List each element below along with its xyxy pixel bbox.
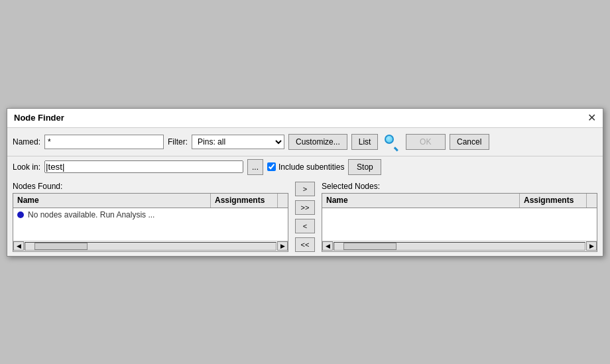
include-subentities-row: Include subentities (267, 162, 344, 172)
cancel-button[interactable]: Cancel (450, 134, 489, 150)
toolbar-row-1: Named: Filter: Pins: all Pins: input Pin… (7, 128, 603, 156)
filter-select[interactable]: Pins: all Pins: input Pins: output Regis… (192, 135, 284, 149)
scroll-left-btn-right[interactable]: ◀ (322, 241, 333, 251)
named-label: Named: (13, 137, 40, 147)
selected-nodes-panel: Selected Nodes: Name Assignments ◀ (322, 182, 597, 252)
magnifier-handle (394, 147, 398, 151)
ok-button[interactable]: OK (406, 134, 446, 150)
search-icon (382, 132, 402, 152)
filter-label: Filter: (168, 137, 188, 147)
selected-nodes-col-assignments: Assignments (520, 194, 586, 208)
list-button[interactable]: List (351, 134, 378, 150)
include-subentities-checkbox[interactable] (267, 162, 276, 171)
include-subentities-label: Include subentities (278, 162, 344, 172)
scroll-right-btn-right[interactable]: ▶ (586, 241, 597, 251)
move-right-one-button[interactable]: > (295, 182, 315, 196)
magnifier-glass (385, 135, 394, 144)
move-left-all-button[interactable]: << (295, 237, 315, 252)
nodes-found-col-extra (277, 194, 288, 208)
move-left-one-button[interactable]: < (295, 219, 315, 233)
lookin-label: Look in: (13, 162, 40, 172)
magnifier-icon (385, 135, 399, 149)
stop-button[interactable]: Stop (348, 159, 381, 175)
named-input[interactable] (44, 135, 164, 149)
browse-button[interactable]: ... (247, 159, 263, 175)
selected-nodes-title: Selected Nodes: (322, 182, 597, 191)
title-bar: Node Finder ✕ (7, 109, 603, 128)
customize-button[interactable]: Customize... (288, 134, 347, 150)
lookin-input[interactable] (44, 160, 243, 173)
selected-nodes-col-name: Name (322, 194, 520, 208)
close-button[interactable]: ✕ (587, 113, 596, 123)
hscroll-thumb-right[interactable] (343, 243, 396, 250)
main-area: Nodes Found: Name Assignments No nodes a… (7, 178, 603, 256)
transfer-buttons: > >> < << (291, 182, 319, 252)
selected-nodes-col-extra (586, 194, 597, 208)
nodes-found-header: Name Assignments (13, 194, 288, 208)
scroll-right-btn[interactable]: ▶ (277, 241, 288, 251)
scroll-left-btn[interactable]: ◀ (13, 241, 24, 251)
nodes-found-table: Name Assignments No nodes available. Run… (13, 193, 288, 252)
table-row: No nodes available. Run Analysis ... (13, 208, 288, 221)
selected-nodes-table: Name Assignments ◀ ▶ (322, 193, 597, 252)
move-right-all-button[interactable]: >> (295, 200, 315, 215)
node-finder-dialog: Node Finder ✕ Named: Filter: Pins: all P… (7, 108, 603, 257)
nodes-found-scrollbar: ◀ ▶ (13, 241, 288, 251)
nodes-found-title: Nodes Found: (13, 182, 288, 191)
no-nodes-text: No nodes available. Run Analysis ... (28, 210, 154, 219)
selected-nodes-header: Name Assignments (322, 194, 597, 208)
selected-nodes-scrollbar: ◀ ▶ (322, 241, 597, 251)
selected-nodes-body[interactable] (322, 208, 597, 241)
dialog-title: Node Finder (14, 113, 64, 123)
nodes-found-col-assignments: Assignments (211, 194, 277, 208)
hscroll-thumb-left[interactable] (34, 243, 88, 250)
toolbar-row-2: Look in: ... Include subentities Stop (7, 156, 603, 178)
nodes-found-panel: Nodes Found: Name Assignments No nodes a… (13, 182, 288, 252)
nodes-found-body[interactable]: No nodes available. Run Analysis ... (13, 208, 288, 241)
nodes-found-col-name: Name (13, 194, 211, 208)
node-dot-icon (17, 212, 24, 218)
